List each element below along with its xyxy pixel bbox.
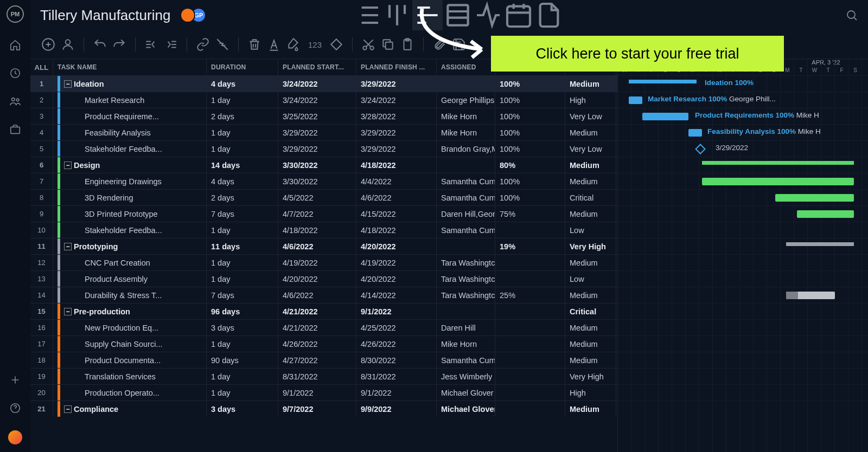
finish-cell[interactable]: 4/25/2022 (356, 320, 437, 335)
collapse-icon[interactable]: − (64, 162, 72, 169)
priority-cell[interactable]: Medium (565, 157, 616, 173)
duration-cell[interactable]: 1 day (207, 92, 278, 108)
duration-cell[interactable]: 3 days (207, 320, 278, 335)
assigned-cell[interactable]: Mike Horn (437, 336, 495, 352)
table-row[interactable]: 19Translation Services1 day8/31/20228/31… (30, 368, 617, 384)
assigned-cell[interactable]: Mike Horn (437, 108, 495, 124)
finish-cell[interactable]: 4/14/2022 (356, 287, 437, 303)
start-cell[interactable]: 4/19/2022 (278, 255, 356, 270)
priority-cell[interactable]: Medium (565, 173, 616, 189)
duration-cell[interactable]: 1 day (207, 271, 278, 287)
fill-color-button[interactable] (286, 37, 301, 51)
table-row[interactable]: 11−Prototyping11 days4/6/20224/20/202219… (30, 238, 617, 254)
finish-cell[interactable]: 3/28/2022 (356, 108, 437, 124)
indent-button[interactable] (164, 37, 178, 51)
cta-banner[interactable]: Click here to start your free trial (491, 36, 784, 72)
priority-cell[interactable]: Medium (565, 287, 616, 303)
team-icon[interactable] (9, 95, 21, 107)
duration-cell[interactable]: 2 days (207, 108, 278, 124)
start-cell[interactable]: 3/29/2022 (278, 141, 356, 157)
task-name-cell[interactable]: Stakeholder Feedba... (53, 222, 207, 238)
percent-cell[interactable]: 80% (495, 157, 565, 173)
priority-cell[interactable]: Very High (565, 238, 616, 254)
assigned-cell[interactable]: George Phillips (437, 92, 495, 108)
table-row[interactable]: 15−Pre-production96 days4/21/20229/1/202… (30, 303, 617, 319)
task-name-cell[interactable]: Translation Services (53, 369, 207, 384)
duration-cell[interactable]: 2 days (207, 190, 278, 205)
assigned-cell[interactable] (437, 304, 495, 319)
finish-cell[interactable]: 3/29/2022 (356, 76, 437, 92)
add-icon[interactable] (9, 374, 21, 386)
view-files[interactable] (534, 0, 564, 30)
task-name-cell[interactable]: Product Documenta... (53, 352, 207, 368)
table-row[interactable]: 12CNC Part Creation1 day4/19/20224/19/20… (30, 254, 617, 270)
start-cell[interactable]: 4/6/2022 (278, 238, 356, 254)
finish-cell[interactable]: 9/1/2022 (356, 385, 437, 401)
table-row[interactable]: 2Market Research1 day3/24/20223/24/2022G… (30, 92, 617, 108)
milestone-button[interactable] (329, 37, 343, 51)
start-cell[interactable]: 4/18/2022 (278, 222, 356, 238)
table-row[interactable]: 4Feasibility Analysis1 day3/29/20223/29/… (30, 124, 617, 140)
duration-cell[interactable]: 14 days (207, 157, 278, 173)
finish-cell[interactable]: 9/1/2022 (356, 304, 437, 319)
table-row[interactable]: 13Product Assembly1 day4/20/20224/20/202… (30, 270, 617, 287)
text-color-button[interactable] (267, 37, 281, 51)
duration-cell[interactable]: 1 day (207, 141, 278, 157)
column-duration[interactable]: DURATION (207, 59, 278, 75)
collapse-icon[interactable]: − (64, 80, 72, 88)
duration-cell[interactable]: 7 days (207, 287, 278, 303)
user-avatar[interactable] (8, 430, 22, 444)
assigned-cell[interactable]: Mike Horn (437, 125, 495, 140)
briefcase-icon[interactable] (9, 124, 21, 135)
start-cell[interactable]: 4/21/2022 (278, 320, 356, 335)
table-row[interactable]: 14Durability & Stress T...7 days4/6/2022… (30, 287, 617, 303)
add-task-button[interactable] (41, 37, 55, 51)
percent-cell[interactable] (495, 255, 565, 270)
priority-cell[interactable]: High (565, 92, 616, 108)
priority-cell[interactable]: High (565, 385, 616, 401)
task-name-cell[interactable]: Stakeholder Feedba... (53, 141, 207, 157)
recent-icon[interactable] (9, 67, 21, 79)
priority-cell[interactable]: Medium (565, 206, 616, 222)
percent-cell[interactable] (495, 320, 565, 335)
percent-cell[interactable]: 100% (495, 92, 565, 108)
percent-cell[interactable]: 19% (495, 238, 565, 254)
percent-cell[interactable]: 100% (495, 141, 565, 157)
column-start[interactable]: PLANNED START... (278, 59, 356, 75)
assigned-cell[interactable]: Samantha Cum (437, 352, 495, 368)
priority-cell[interactable]: Very Low (565, 108, 616, 124)
percent-cell[interactable]: 100% (495, 173, 565, 189)
task-name-cell[interactable]: −Compliance (53, 401, 207, 417)
collapse-icon[interactable]: − (64, 405, 72, 413)
outdent-button[interactable] (144, 37, 158, 51)
app-logo[interactable]: PM (7, 5, 24, 23)
priority-cell[interactable]: Medium (565, 401, 616, 417)
assigned-cell[interactable]: Samantha Cum (437, 173, 495, 189)
table-row[interactable]: 20Production Operato...1 day9/1/20229/1/… (30, 384, 617, 401)
start-cell[interactable]: 4/21/2022 (278, 304, 356, 319)
attach-button[interactable] (432, 37, 446, 51)
finish-cell[interactable]: 8/31/2022 (356, 369, 437, 384)
finish-cell[interactable]: 4/15/2022 (356, 206, 437, 222)
priority-cell[interactable]: Medium (565, 320, 616, 335)
link-button[interactable] (196, 37, 210, 51)
table-row[interactable]: 3Product Requireme...2 days3/25/20223/28… (30, 108, 617, 124)
view-dashboard[interactable] (473, 0, 503, 30)
assigned-cell[interactable]: Brandon Gray,M (437, 141, 495, 157)
table-row[interactable]: 6−Design14 days3/30/20224/18/202280%Medi… (30, 157, 617, 173)
search-icon[interactable] (845, 9, 858, 22)
assigned-cell[interactable]: Samantha Cum (437, 222, 495, 238)
start-cell[interactable]: 3/30/2022 (278, 173, 356, 189)
duration-cell[interactable]: 11 days (207, 238, 278, 254)
task-name-cell[interactable]: Production Operato... (53, 385, 207, 401)
redo-button[interactable] (112, 37, 126, 51)
percent-cell[interactable]: 75% (495, 206, 565, 222)
duration-cell[interactable]: 96 days (207, 304, 278, 319)
percent-cell[interactable] (495, 369, 565, 384)
assigned-cell[interactable]: Tara Washingtc (437, 287, 495, 303)
finish-cell[interactable]: 4/20/2022 (356, 271, 437, 287)
table-row[interactable]: 7Engineering Drawings4 days3/30/20224/4/… (30, 173, 617, 189)
gantt-chart[interactable]: , 20 '22 MAR, 27 '22 APR, 3 '22 WTFSSMTW… (617, 59, 868, 452)
priority-cell[interactable]: Medium (565, 336, 616, 352)
cut-button[interactable] (361, 37, 375, 51)
